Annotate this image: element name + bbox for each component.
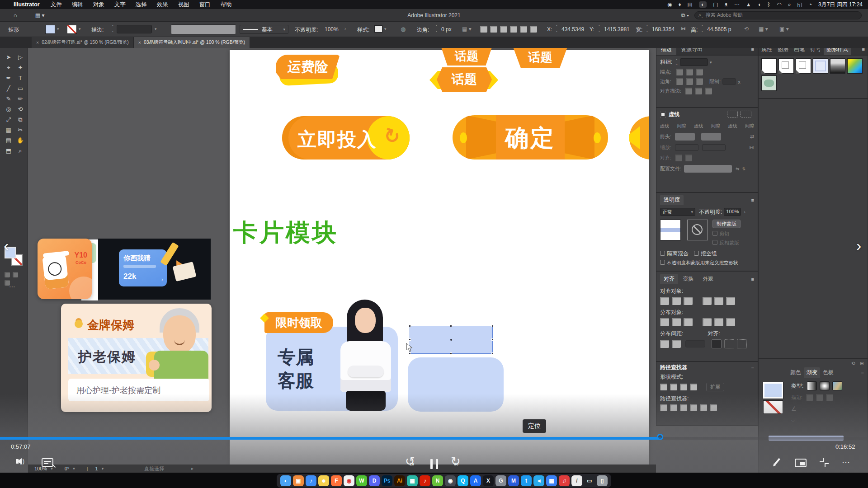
display-mode-icon[interactable]: ◐	[699, 1, 707, 8]
opacity-more-icon[interactable]: ›	[344, 26, 346, 31]
tab-close-icon[interactable]: ×	[36, 40, 39, 45]
menu-window[interactable]: 窗口	[199, 1, 211, 9]
selection-handle[interactable]	[409, 352, 411, 355]
menu-edit[interactable]: 编辑	[72, 1, 83, 9]
shape-mode-3-icon[interactable]	[680, 384, 687, 390]
selected-rect[interactable]	[410, 326, 493, 354]
dash-checkbox[interactable]	[660, 112, 666, 117]
link-dimensions-icon[interactable]: ⧓	[681, 26, 686, 32]
style-swatch-2[interactable]	[778, 58, 794, 74]
selection-handle[interactable]	[491, 325, 494, 327]
menu-clock[interactable]: 3月7日 周四 17:24	[818, 1, 863, 9]
arrange-docs-icon[interactable]: ⧉ ▾	[681, 12, 689, 19]
shape-props-icon[interactable]: ▦ ▾	[759, 26, 768, 32]
toolbar-more-icon[interactable]: ⋯	[9, 283, 15, 290]
draw-behind-icon[interactable]	[13, 272, 18, 277]
status-arrow-icon[interactable]: ▸	[191, 466, 193, 471]
corner-stepper[interactable]: ⌃⌄	[435, 25, 438, 33]
tool-7-0[interactable]: ▦	[4, 125, 14, 135]
gradient-menu-icon[interactable]: ≡	[861, 370, 864, 375]
dock-app-4-icon[interactable]: ☻	[318, 475, 329, 486]
confirm-button[interactable]: 确定	[453, 115, 608, 160]
selection-handle[interactable]	[450, 352, 452, 355]
tool-5-0[interactable]: ◎	[4, 104, 14, 114]
distribute-object-2-icon[interactable]	[672, 318, 681, 326]
cap-butt-icon[interactable]	[676, 69, 683, 75]
join-round-icon[interactable]	[686, 78, 693, 85]
rounded-card-shape[interactable]	[408, 357, 504, 412]
tool-1-0[interactable]: ⌖	[4, 63, 14, 72]
tab-color[interactable]: 颜色	[788, 367, 804, 378]
style-swatch-7[interactable]	[761, 75, 777, 91]
menu-object[interactable]: 对象	[93, 1, 104, 9]
pathfinder-mode-3-icon[interactable]	[680, 404, 687, 411]
pip-button[interactable]	[795, 459, 807, 467]
tool-4-0[interactable]: ✎	[4, 94, 14, 103]
rewind-10-button[interactable]: ↺ 10	[405, 456, 419, 470]
menu-file[interactable]: 文件	[51, 1, 62, 9]
menu-select[interactable]: 选择	[136, 1, 147, 9]
progress-handle[interactable]	[657, 434, 663, 440]
menu-help[interactable]: 帮助	[221, 1, 232, 9]
mask-thumbnail[interactable]	[687, 220, 708, 240]
cap-round-icon[interactable]	[686, 69, 693, 75]
weight-field[interactable]	[680, 58, 708, 66]
stroke-weight-dd-icon[interactable]: ▾	[155, 27, 157, 31]
align-object-2-icon[interactable]	[672, 297, 681, 305]
spacing-value-field[interactable]	[685, 340, 705, 347]
dash-align-icon[interactable]	[741, 111, 751, 117]
w-value[interactable]: 168.3354	[652, 26, 675, 33]
dock-app-7-icon[interactable]: W	[356, 475, 367, 486]
tool-2-0[interactable]: ✒	[4, 73, 14, 83]
screen-icon[interactable]: ▢	[713, 1, 718, 8]
thumb-guess-panel[interactable]: 你画我猜 22k ›	[98, 239, 211, 300]
pathfinder-mode-5-icon[interactable]	[700, 404, 707, 411]
style-dd-icon[interactable]: ▾	[384, 27, 387, 31]
style-swatch-5[interactable]	[830, 58, 845, 74]
notes-button[interactable]	[42, 458, 53, 467]
mic-icon[interactable]: ♦	[678, 1, 681, 8]
dock-app-22-icon[interactable]: ▦	[546, 475, 557, 486]
stroke-across-icon[interactable]	[826, 394, 833, 401]
doc-tab-1[interactable]: × 02品牌符号打造.ai* @ 150 % (RGB/预览)	[32, 37, 134, 48]
invest-button[interactable]: ↻ 立即投入	[282, 116, 410, 160]
eject-icon[interactable]: ▲	[746, 1, 751, 8]
shape-mode-2-icon[interactable]	[670, 384, 677, 390]
make-mask-button[interactable]: 制作蒙版	[712, 220, 741, 228]
dock-app-8-icon[interactable]: D	[369, 475, 380, 486]
blend-mode-dropdown[interactable]: 正常▾	[660, 208, 695, 216]
draw-normal-icon[interactable]	[5, 272, 10, 277]
keyboard-icon[interactable]: ▤	[688, 1, 693, 8]
profile-flip-y-icon[interactable]: ⥮	[742, 166, 745, 172]
align-middle-icon[interactable]	[520, 26, 527, 33]
tool-8-0[interactable]: ▤	[4, 136, 14, 145]
stroke-dropdown-icon[interactable]: ▾	[79, 27, 81, 31]
tool-3-1[interactable]: ▭	[15, 84, 25, 93]
isolate-blending-checkbox[interactable]: 隔离混合	[660, 250, 689, 258]
arrow-scale-end[interactable]	[702, 144, 726, 151]
distribute-object-6-icon[interactable]	[726, 318, 735, 326]
stroke-within-icon[interactable]	[806, 394, 813, 401]
tool-0-0[interactable]: ➤	[4, 52, 14, 62]
dock-app-3-icon[interactable]: ♪	[306, 475, 316, 486]
draw-mode-buttons[interactable]	[5, 271, 28, 287]
align-to-artboard-icon[interactable]	[724, 339, 734, 348]
radial-gradient-icon[interactable]	[820, 381, 830, 390]
define-knockout-checkbox[interactable]: 不透明度和蒙版用来定义挖空形状	[660, 260, 738, 266]
spotlight-icon[interactable]: ⌕	[788, 1, 791, 8]
transparency-menu-icon[interactable]: ≡	[751, 197, 754, 203]
dock-app-2-icon[interactable]: ▣	[293, 475, 304, 486]
shaper-globe-icon[interactable]: ◍	[401, 26, 406, 33]
x-value[interactable]: 434.5349	[561, 26, 584, 33]
selection-handle[interactable]	[450, 325, 452, 327]
dock-app-16-icon[interactable]: A	[470, 475, 481, 486]
annotate-pencil-button[interactable]	[772, 457, 782, 468]
help-search-box[interactable]: ⌕˯ 搜索 Adobe 帮助	[694, 11, 862, 19]
dock-app-14-icon[interactable]: ◉	[445, 475, 456, 486]
more-options-icon[interactable]: ▣ ▾	[779, 26, 789, 32]
tool-6-0[interactable]: ⤢	[4, 115, 14, 124]
dock-app-6-icon[interactable]: ◉	[344, 475, 354, 486]
invert-mask-checkbox[interactable]: 反相蒙版	[712, 239, 741, 246]
panel-history-icon[interactable]: ⟲	[851, 361, 855, 366]
dock-app-26-icon[interactable]: ▯	[597, 475, 608, 486]
